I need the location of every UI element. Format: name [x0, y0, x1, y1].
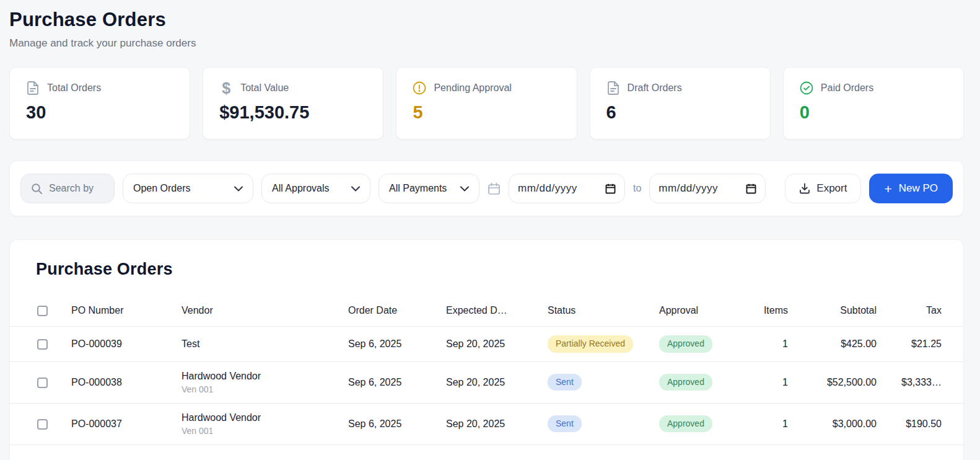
order-status-value: Open Orders	[133, 183, 190, 194]
search-icon	[31, 183, 43, 195]
vendor-code: Ven 001	[182, 426, 348, 436]
column-header-tax: Tax	[877, 296, 964, 327]
calendar-icon	[488, 182, 501, 195]
table-row[interactable]: PO-000037 Hardwood Vendor Ven 001 Sep 6,…	[10, 403, 964, 445]
approval-badge: Approved	[659, 415, 712, 432]
table-header-row: PO Number Vendor Order Date Expected D… …	[10, 296, 964, 327]
export-button[interactable]: Export	[785, 174, 861, 203]
chevron-down-icon	[351, 186, 360, 192]
purchase-orders-card: Purchase Orders PO Number Vendor Order D…	[9, 239, 964, 460]
filter-bar: Search by Open Orders All Approvals All …	[9, 161, 964, 216]
vendor-name: Hardwood Vendor	[182, 371, 348, 382]
chevron-down-icon	[234, 186, 243, 192]
stat-card-total-orders: Total Orders 30	[9, 67, 190, 139]
order-status-select[interactable]: Open Orders	[123, 174, 253, 203]
tax-cell: $3,333…	[877, 361, 964, 403]
export-label: Export	[816, 182, 847, 195]
vendor-name: Hardwood Vendor	[182, 412, 348, 423]
stat-value: 5	[413, 102, 560, 123]
expected-date-cell: Sep 20, 2025	[446, 403, 548, 445]
table-row[interactable]: PO-000038 Hardwood Vendor Ven 001 Sep 6,…	[10, 361, 964, 403]
items-cell: 1	[752, 327, 788, 361]
expected-date-cell: Sep 20, 2025	[446, 327, 548, 361]
search-input[interactable]: Search by	[20, 174, 115, 203]
column-header-status: Status	[548, 296, 659, 327]
page-subtitle: Manage and track your purchase orders	[9, 37, 964, 50]
alert-circle-icon	[413, 81, 426, 95]
column-header-vendor: Vendor	[182, 296, 348, 327]
tax-cell: $21.25	[877, 327, 964, 361]
row-checkbox[interactable]	[37, 339, 48, 350]
approval-badge: Approved	[659, 374, 712, 391]
items-cell: 1	[752, 361, 788, 403]
po-number-cell: PO-000038	[71, 361, 182, 403]
approval-badge: Approved	[659, 335, 712, 352]
column-header-items: Items	[752, 296, 788, 327]
column-header-expected-date: Expected D…	[446, 296, 548, 327]
subtotal-cell: $52,500.00	[788, 361, 877, 403]
column-header-approval: Approval	[659, 296, 752, 327]
date-picker-icon[interactable]	[746, 184, 756, 194]
select-all-checkbox[interactable]	[37, 306, 48, 316]
approval-filter-value: All Approvals	[272, 183, 330, 194]
items-cell: 1	[752, 403, 788, 445]
stat-label: Total Orders	[47, 82, 101, 94]
order-date-cell: Sep 6, 2025	[348, 361, 446, 403]
new-po-label: New PO	[899, 182, 938, 195]
subtotal-cell: $3,000.00	[788, 403, 877, 445]
stat-card-total-value: $ Total Value $91,530.75	[203, 67, 383, 139]
po-number-cell: PO-000039	[71, 327, 182, 361]
stat-value: 0	[800, 102, 947, 123]
download-icon	[799, 183, 810, 194]
expected-date-cell: Sep 20, 2025	[446, 361, 548, 403]
dollar-icon: $	[219, 81, 233, 95]
stats-row: Total Orders 30 $ Total Value $91,530.75…	[9, 67, 964, 139]
stat-card-pending-approval: Pending Approval 5	[396, 67, 577, 139]
po-number-cell: PO-000037	[71, 403, 182, 445]
stat-label: Paid Orders	[821, 82, 873, 94]
stat-value: 30	[26, 102, 173, 123]
stat-value: 6	[606, 102, 754, 123]
column-header-subtotal: Subtotal	[788, 296, 877, 327]
subtotal-cell: $425.00	[788, 327, 877, 361]
vendor-name: Test	[182, 338, 348, 350]
chevron-down-icon	[460, 186, 469, 192]
payment-filter-value: All Payments	[389, 183, 447, 194]
row-checkbox[interactable]	[37, 419, 48, 430]
tax-cell: $190.50	[877, 403, 964, 445]
table-row[interactable]: PO-000039 Test Sep 6, 2025 Sep 20, 2025 …	[10, 327, 964, 361]
new-po-button[interactable]: + New PO	[869, 174, 953, 203]
stat-label: Pending Approval	[434, 82, 511, 94]
date-from-placeholder: mm/dd/yyyy	[518, 182, 577, 195]
check-circle-icon	[800, 81, 813, 95]
column-header-po-number: PO Number	[71, 296, 182, 327]
column-header-order-date: Order Date	[348, 296, 446, 327]
row-checkbox[interactable]	[37, 378, 48, 388]
status-badge: Sent	[548, 415, 582, 432]
status-badge: Sent	[548, 374, 582, 391]
approval-filter-select[interactable]: All Approvals	[261, 174, 370, 203]
document-icon	[606, 81, 620, 95]
stat-label: Total Value	[240, 82, 289, 94]
purchase-orders-table: PO Number Vendor Order Date Expected D… …	[10, 296, 964, 445]
search-placeholder: Search by	[49, 183, 94, 194]
stat-card-draft-orders: Draft Orders 6	[590, 67, 771, 139]
stat-value: $91,530.75	[219, 102, 367, 123]
document-icon	[26, 81, 40, 95]
date-range-separator: to	[633, 183, 641, 194]
date-to-input[interactable]: mm/dd/yyyy	[649, 174, 766, 203]
order-date-cell: Sep 6, 2025	[348, 327, 446, 361]
plus-icon: +	[884, 182, 891, 195]
order-date-cell: Sep 6, 2025	[348, 403, 446, 445]
status-badge: Partially Received	[548, 335, 633, 352]
page-title: Purchase Orders	[9, 9, 964, 31]
vendor-code: Ven 001	[182, 384, 348, 394]
date-picker-icon[interactable]	[605, 184, 616, 194]
stat-card-paid-orders: Paid Orders 0	[783, 67, 964, 139]
table-title: Purchase Orders	[36, 260, 963, 279]
purchase-orders-page: Purchase Orders Manage and track your pu…	[0, 0, 980, 460]
date-from-input[interactable]: mm/dd/yyyy	[509, 174, 625, 203]
date-to-placeholder: mm/dd/yyyy	[658, 182, 718, 195]
payment-filter-select[interactable]: All Payments	[378, 174, 479, 203]
stat-label: Draft Orders	[628, 82, 682, 94]
